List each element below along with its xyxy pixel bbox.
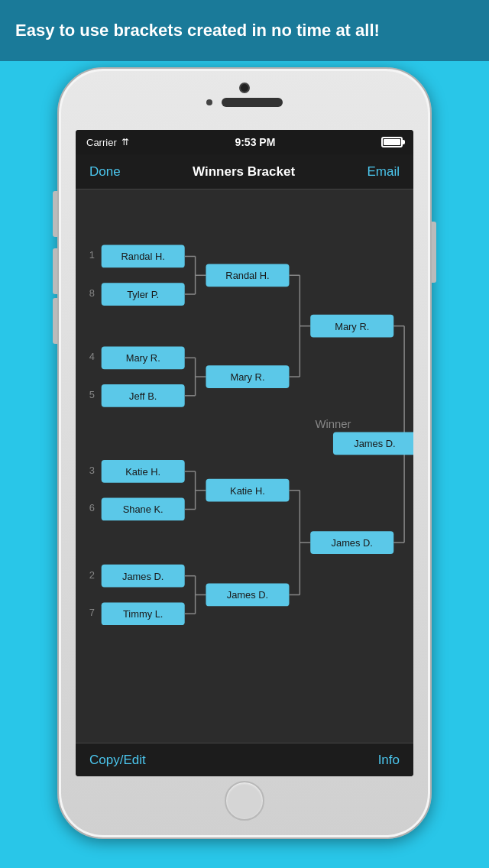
carrier-label: Carrier bbox=[86, 137, 117, 148]
banner-text: Easy to use brackets created in no time … bbox=[15, 21, 380, 40]
svg-text:2: 2 bbox=[89, 569, 95, 581]
svg-text:Winner: Winner bbox=[315, 418, 351, 430]
svg-text:Mary R.: Mary R. bbox=[335, 321, 369, 332]
phone-shell: Carrier ⇈ 9:53 PM Done Winners Bracket E… bbox=[57, 67, 432, 839]
status-time: 9:53 PM bbox=[235, 136, 275, 148]
svg-text:7: 7 bbox=[89, 607, 95, 618]
svg-text:6: 6 bbox=[89, 502, 95, 513]
svg-text:5: 5 bbox=[89, 389, 95, 400]
bracket-svg: 1 8 4 5 3 6 2 7 Randal H. Tyler P. Mary … bbox=[76, 189, 413, 743]
svg-text:3: 3 bbox=[89, 465, 95, 476]
bottom-toolbar: Copy/Edit Info bbox=[76, 743, 413, 776]
wifi-icon: ⇈ bbox=[121, 137, 129, 147]
svg-text:4: 4 bbox=[89, 351, 95, 362]
svg-text:Timmy L.: Timmy L. bbox=[123, 608, 163, 620]
home-button[interactable] bbox=[225, 781, 264, 821]
dot bbox=[206, 99, 212, 105]
battery-fill bbox=[384, 139, 400, 145]
svg-text:1: 1 bbox=[89, 249, 95, 261]
nav-title: Winners Bracket bbox=[193, 164, 295, 180]
top-banner: Easy to use brackets created in no time … bbox=[0, 0, 489, 61]
copy-edit-button[interactable]: Copy/Edit bbox=[89, 753, 146, 768]
svg-text:James D.: James D. bbox=[354, 438, 395, 449]
svg-text:Mary R.: Mary R. bbox=[230, 371, 264, 383]
svg-text:Jeff B.: Jeff B. bbox=[129, 390, 157, 402]
svg-text:Shane K.: Shane K. bbox=[123, 504, 164, 515]
email-button[interactable]: Email bbox=[367, 164, 400, 180]
speaker-row bbox=[206, 98, 283, 107]
phone-top-area bbox=[168, 83, 321, 107]
battery-icon bbox=[381, 137, 403, 147]
bracket-area: 1 8 4 5 3 6 2 7 Randal H. Tyler P. Mary … bbox=[76, 189, 413, 743]
status-left: Carrier ⇈ bbox=[86, 137, 129, 148]
status-bar: Carrier ⇈ 9:53 PM bbox=[76, 130, 413, 154]
speaker bbox=[222, 98, 283, 107]
svg-text:Tyler P.: Tyler P. bbox=[127, 289, 159, 300]
done-button[interactable]: Done bbox=[89, 164, 121, 180]
screen: Carrier ⇈ 9:53 PM Done Winners Bracket E… bbox=[76, 130, 413, 776]
svg-text:James D.: James D. bbox=[227, 589, 268, 601]
nav-bar: Done Winners Bracket Email bbox=[76, 154, 413, 189]
svg-text:Randal H.: Randal H. bbox=[121, 251, 165, 262]
svg-text:Katie H.: Katie H. bbox=[230, 485, 265, 497]
svg-text:James D.: James D. bbox=[122, 571, 164, 582]
svg-text:Mary R.: Mary R. bbox=[126, 352, 160, 364]
svg-text:Katie H.: Katie H. bbox=[125, 466, 160, 478]
svg-text:Randal H.: Randal H. bbox=[225, 270, 269, 281]
info-button[interactable]: Info bbox=[378, 753, 400, 768]
svg-text:8: 8 bbox=[89, 287, 95, 299]
svg-text:James D.: James D. bbox=[332, 537, 373, 549]
camera bbox=[239, 83, 250, 93]
